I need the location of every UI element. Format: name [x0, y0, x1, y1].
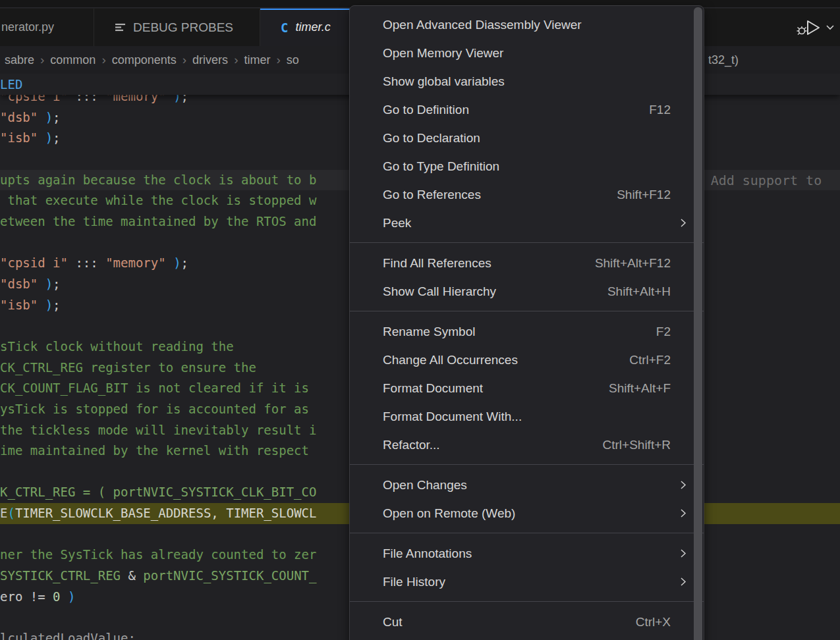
code-token — [38, 277, 45, 291]
chevron-down-icon[interactable] — [826, 24, 835, 31]
submenu-chevron-icon — [680, 217, 686, 231]
code-token: portNVIC_SYSTICK_COUNT_ — [143, 568, 316, 583]
menu-item-file-annotations[interactable]: File Annotations — [350, 539, 704, 568]
code-token: ; — [53, 130, 60, 145]
menu-item-file-history[interactable]: File History — [350, 568, 704, 596]
menu-item-refactor[interactable]: Refactor...Ctrl+Shift+R — [350, 431, 704, 459]
menu-item-label: Show global variables — [383, 74, 671, 89]
menu-item-label: Rename Symbol — [383, 325, 656, 339]
code-token: upts again because the clock is about to… — [0, 173, 316, 187]
code-token: "dsb" — [0, 110, 38, 124]
code-token: etween the time maintained by the RTOS a… — [0, 214, 316, 228]
menu-item-label: File History — [383, 575, 671, 589]
menu-item-shortcut: Shift+Alt+H — [607, 284, 671, 299]
menu-item-cut[interactable]: CutCtrl+X — [350, 608, 704, 636]
menu-item-label: Open on Remote (Web) — [383, 506, 671, 521]
c-file-icon: C — [281, 20, 288, 35]
list-icon — [115, 22, 126, 32]
menu-scrollbar[interactable] — [694, 7, 702, 640]
code-token: ime maintained by the kernel with respec… — [0, 443, 309, 458]
code-token: "memory" — [105, 255, 166, 270]
menu-item-show-global-variables[interactable]: Show global variables — [350, 67, 704, 95]
menu-item-label: Go to Declaration — [383, 131, 671, 146]
menu-item-label: Open Advanced Diassembly Viewer — [383, 18, 671, 32]
code-token: ysTick is stopped for is accounted for a… — [0, 402, 309, 416]
breadcrumb-separator-icon: › — [276, 53, 280, 67]
tab-label: nerator.py — [1, 20, 54, 34]
breadcrumb-separator-icon: › — [101, 53, 105, 67]
tab-debug-probes[interactable]: DEBUG PROBES — [94, 9, 260, 46]
menu-item-shortcut: F12 — [649, 103, 671, 117]
code-token: & — [121, 568, 143, 583]
debug-run-icon[interactable] — [795, 18, 823, 38]
menu-item-label: Go to Type Definition — [383, 159, 671, 174]
code-token: ; — [181, 255, 188, 270]
submenu-chevron-icon — [680, 479, 686, 493]
menu-item-shortcut: F2 — [656, 325, 671, 339]
menu-item-label: Format Document — [383, 381, 609, 396]
breadcrumb-item-timer[interactable]: timer — [244, 53, 270, 67]
menu-item-rename-symbol[interactable]: Rename SymbolF2 — [350, 317, 704, 346]
code-token: "isb" — [0, 130, 38, 145]
code-token: ; — [53, 298, 60, 312]
menu-item-peek[interactable]: Peek — [350, 209, 704, 237]
tab-label: DEBUG PROBES — [133, 20, 233, 35]
code-token: TIMER_SLOWCL — [219, 506, 317, 520]
menu-item-open-memory-viewer[interactable]: Open Memory Viewer — [350, 39, 704, 67]
code-token: CK_CTRL_REG register to ensure the — [0, 360, 256, 375]
code-token: TIMER_SLOWCLK_BASE_ADDRESS, — [15, 506, 219, 520]
editor-actions — [795, 9, 840, 46]
code-token — [38, 298, 45, 312]
menu-separator — [350, 533, 704, 533]
menu-item-format-document-with[interactable]: Format Document With... — [350, 402, 704, 431]
menu-item-go-to-definition[interactable]: Go to DefinitionF12 — [350, 95, 704, 124]
code-token: ; — [53, 277, 60, 291]
breadcrumb-separator-icon: › — [182, 53, 186, 67]
code-token: ) — [68, 589, 75, 604]
menu-item-shortcut: Ctrl+Shift+R — [603, 438, 671, 452]
vscode-window: nerator.py DEBUG PROBES C timer.c — [0, 0, 840, 640]
menu-item-open-advanced-diassembly-viewer[interactable]: Open Advanced Diassembly Viewer — [350, 11, 704, 39]
menu-item-label: Open Memory Viewer — [383, 46, 671, 61]
inline-blame-annotation: ● Add support to — [700, 170, 822, 191]
menu-item-label: Go to References — [383, 188, 617, 202]
code-token: sTick clock without reading the — [0, 339, 234, 354]
code-token: CK_COUNT_FLAG_BIT is not cleared if it i… — [0, 381, 309, 395]
code-token: ) — [45, 130, 53, 145]
menu-separator — [350, 311, 704, 311]
menu-item-show-call-hierarchy[interactable]: Show Call HierarchyShift+Alt+H — [350, 277, 704, 306]
breadcrumb-items: sabre›common›components›drivers›timer›so — [2, 53, 302, 67]
menu-item-label: Refactor... — [383, 438, 603, 452]
breadcrumb-symbol-fragment: t32_t) — [708, 46, 739, 74]
code-token: "dsb" — [0, 277, 38, 291]
menu-item-shortcut: Ctrl+F2 — [629, 353, 671, 367]
menu-item-open-changes[interactable]: Open Changes — [350, 471, 704, 499]
menu-item-change-all-occurrences[interactable]: Change All OccurrencesCtrl+F2 — [350, 346, 704, 374]
code-token: "isb" — [0, 298, 38, 312]
breadcrumb-item-sabre[interactable]: sabre — [5, 53, 34, 67]
menu-item-format-document[interactable]: Format DocumentShift+Alt+F — [350, 374, 704, 402]
menu-item-go-to-references[interactable]: Go to ReferencesShift+F12 — [350, 180, 704, 209]
menu-item-label: Go to Definition — [383, 103, 649, 117]
breadcrumb-item-so[interactable]: so — [287, 53, 299, 67]
menu-item-go-to-type-definition[interactable]: Go to Type Definition — [350, 152, 704, 180]
menu-item-label: Cut — [383, 615, 636, 629]
menu-item-label: File Annotations — [383, 547, 671, 561]
code-token: ) — [45, 298, 53, 312]
menu-separator — [350, 601, 704, 602]
breadcrumb-item-drivers[interactable]: drivers — [192, 53, 228, 67]
breadcrumb-item-common[interactable]: common — [50, 53, 96, 67]
breadcrumb-item-components[interactable]: components — [112, 53, 177, 67]
menu-item-go-to-declaration[interactable]: Go to Declaration — [350, 124, 704, 152]
menu-item-open-on-remote-web[interactable]: Open on Remote (Web) — [350, 499, 704, 527]
menu-item-label: Find All References — [383, 256, 595, 271]
code-token — [61, 589, 68, 604]
menu-item-shortcut: Shift+Alt+F — [609, 381, 671, 396]
menu-item-find-all-references[interactable]: Find All ReferencesShift+Alt+F12 — [350, 249, 704, 277]
context-menu: Open Advanced Diassembly ViewerOpen Memo… — [349, 5, 704, 640]
code-token: that execute while the clock is stopped … — [0, 193, 316, 207]
tab-generator-py[interactable]: nerator.py — [0, 9, 94, 46]
code-token: ) — [45, 110, 53, 124]
code-token: ( — [7, 506, 14, 520]
code-token: K_CTRL_REG = ( portNVIC_SYSTICK_CLK_BIT_… — [0, 485, 316, 499]
